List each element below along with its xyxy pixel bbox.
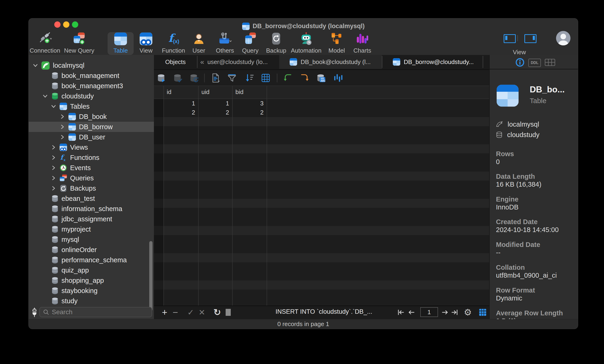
cell-r0-uid[interactable]: 1 (198, 99, 229, 108)
rollback-button[interactable] (188, 73, 199, 83)
cell-r0-bid[interactable]: 3 (232, 99, 264, 108)
tree-item-performance_schema[interactable]: performance_schema (29, 255, 154, 265)
tree-item-shopping_app[interactable]: shopping_app (29, 275, 154, 286)
next-page-button[interactable] (440, 308, 450, 317)
chevrons-left-icon[interactable]: « (200, 58, 204, 66)
sidebar-scrollbar[interactable] (149, 241, 152, 311)
chevron-right-icon[interactable] (51, 165, 56, 170)
chart-pulse-button[interactable] (333, 73, 343, 83)
toolbar-new-query-button[interactable]: New Query (61, 32, 98, 55)
tree-item-cloudstudy[interactable]: cloudstudy (29, 91, 154, 101)
refresh-button[interactable]: ↻ (213, 308, 221, 317)
ddl-tab-icon[interactable]: DDL (528, 59, 541, 67)
tree-item-study[interactable]: study (29, 296, 154, 306)
tab-db_user[interactable]: « user@cloudstudy (lo... (198, 55, 279, 69)
tab-db_borrow-active[interactable]: DB_borrow@cloudstudy... (382, 55, 483, 69)
column-header-bid[interactable]: bid (235, 88, 244, 96)
tree-item-information_schema[interactable]: information_schema (29, 204, 154, 214)
tree-item-book_management[interactable]: book_management (29, 71, 154, 81)
export-wizard-button[interactable] (299, 73, 310, 83)
connection-filter-plug-icon[interactable] (31, 307, 38, 317)
chevron-right-icon[interactable] (51, 175, 56, 181)
column-header-id[interactable]: id (167, 88, 171, 96)
tree-item-db_borrow-selected[interactable]: DB_borrow (29, 122, 154, 132)
tree-item-ebean_test[interactable]: ebean_test (29, 194, 154, 204)
tree-item-queries[interactable]: Queries (29, 173, 154, 183)
import-wizard-button[interactable] (283, 73, 293, 83)
last-page-button[interactable] (450, 308, 459, 317)
delete-record-button[interactable]: − (171, 308, 179, 317)
grid-view-options-button[interactable] (260, 73, 271, 83)
sort-button[interactable] (244, 73, 255, 83)
toolbar-charts-button[interactable]: Charts (350, 32, 375, 55)
chevron-right-icon[interactable] (60, 124, 65, 129)
tree-item-jdbc_assignment[interactable]: jdbc_assignment (29, 214, 154, 224)
tree-item-myproject[interactable]: myproject (29, 224, 154, 234)
tree-item-tables[interactable]: Tables (29, 101, 154, 111)
cell-r1-bid[interactable]: 2 (232, 108, 264, 117)
tree-item-onlineOrder[interactable]: onlineOrder (29, 245, 154, 255)
toolbar-automation-button[interactable]: Automation (289, 32, 324, 55)
tree-item-backups[interactable]: Backups (29, 183, 154, 194)
toolbar-backup-button[interactable]: Backup (263, 32, 289, 55)
tree-item-views[interactable]: Views (29, 142, 154, 152)
discard-changes-button[interactable]: ✕ (198, 308, 206, 317)
begin-transaction-button[interactable] (156, 73, 166, 83)
text-view-button[interactable] (210, 73, 221, 83)
tree-item-events[interactable]: Events (29, 163, 154, 173)
data-generation-button[interactable]: 101 ABC (315, 73, 326, 83)
chevron-down-icon[interactable] (51, 104, 56, 109)
add-record-button[interactable]: + (160, 308, 169, 317)
cell-r1-uid[interactable]: 2 (198, 108, 229, 117)
column-divider[interactable] (198, 86, 199, 306)
chevron-right-icon[interactable] (51, 145, 56, 150)
toolbar-query-button[interactable]: Query (239, 32, 262, 55)
info-tab-icon[interactable] (515, 58, 525, 67)
tree-item-db_user[interactable]: DB_user (29, 132, 154, 142)
column-divider[interactable] (232, 86, 233, 306)
toolbar-function-button[interactable]: Function (160, 32, 188, 55)
chevron-down-icon[interactable] (43, 94, 48, 99)
columns-tab-icon[interactable] (545, 59, 555, 66)
tree-item-book_management3[interactable]: book_management3 (29, 81, 154, 91)
toolbar-model-button[interactable]: Model (325, 32, 348, 55)
toggle-right-pane-button[interactable] (524, 34, 537, 43)
toggle-left-pane-button[interactable] (504, 34, 516, 43)
chevron-right-icon[interactable] (51, 186, 56, 191)
tree-item-mysql[interactable]: mysql (29, 234, 154, 245)
toolbar-user-button[interactable]: User (188, 32, 209, 55)
chevron-right-icon[interactable] (60, 134, 65, 140)
cell-r0-id[interactable]: 1 (164, 99, 195, 108)
commit-button[interactable] (172, 73, 183, 83)
column-divider[interactable] (267, 86, 267, 306)
settings-gear-icon[interactable]: ⚙ (463, 308, 473, 317)
sidebar-search[interactable] (39, 307, 152, 317)
apply-changes-button[interactable]: ✓ (187, 308, 195, 317)
toolbar-connection-button[interactable]: Connection (30, 32, 60, 55)
toolbar-others-button[interactable]: Others (212, 32, 238, 55)
toolbar-table-button[interactable]: Table (108, 32, 134, 55)
previous-page-button[interactable] (407, 308, 416, 317)
grid-view-button[interactable] (478, 308, 488, 317)
tree-item-staybooking[interactable]: staybooking (29, 286, 154, 296)
tree-item-localmysql[interactable]: localmysql (29, 60, 154, 71)
chevron-right-icon[interactable] (60, 114, 65, 119)
avatar[interactable] (556, 31, 570, 45)
search-input[interactable] (51, 308, 148, 316)
stop-button[interactable] (226, 309, 231, 316)
chevron-down-icon[interactable] (33, 63, 38, 68)
tree-item-quiz_app[interactable]: quiz_app (29, 265, 154, 275)
filter-button[interactable] (226, 73, 237, 83)
page-number-input[interactable] (420, 307, 438, 317)
tab-objects[interactable]: Objects (154, 55, 197, 69)
column-header-uid[interactable]: uid (201, 88, 210, 96)
cell-r1-id[interactable]: 2 (164, 108, 195, 117)
tree-item-functions[interactable]: Functions (29, 152, 154, 163)
grid-rows[interactable] (154, 99, 489, 306)
tab-db_book[interactable]: DB_book@cloudstudy (l... (279, 55, 382, 69)
chevron-right-icon[interactable] (51, 155, 56, 160)
tree-item-db_book[interactable]: DB_book (29, 111, 154, 122)
sidebar: localmysql book_management book_manageme… (29, 55, 154, 319)
toolbar-view-button[interactable]: View (134, 32, 158, 55)
first-page-button[interactable] (396, 308, 405, 317)
